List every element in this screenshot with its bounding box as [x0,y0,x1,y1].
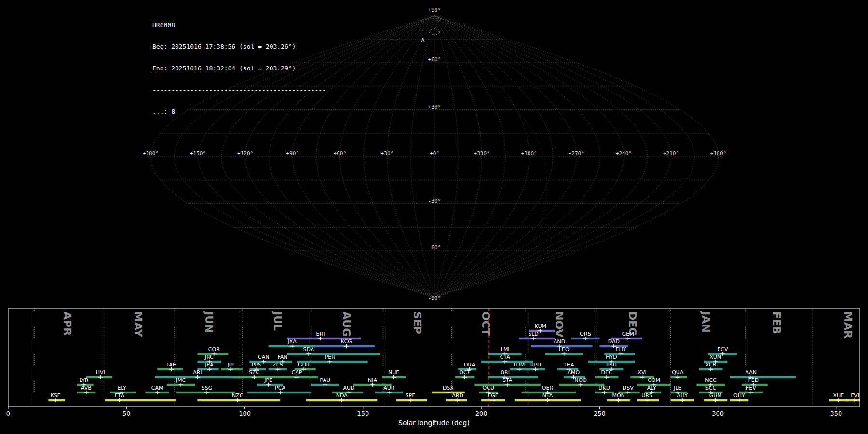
shower-LUM: LUM [510,362,529,371]
longitude-label: +90° [286,150,299,157]
tick-label: 100 [239,410,251,417]
separator-line: ----------------------------------------… [152,86,326,94]
shower-label: JPE [264,377,272,383]
shower-label: CAN [258,354,269,360]
shower-label: ELY [117,385,126,391]
longitude-label: +150° [190,150,206,157]
latitude-label: +60° [428,56,441,63]
shower-label: AVB [81,385,92,391]
shower-JMC: JMC [167,377,195,387]
shower-label: ALY [647,385,656,391]
shower-label: OCT [459,369,470,376]
month-label: OCT [480,312,492,336]
shower-label: ORS [580,331,591,337]
longitude-label: +120° [237,150,253,157]
shower-ARI: ARI [155,369,245,379]
shower-ZCS: ZCS [269,362,287,371]
tick-label: 50 [122,410,131,417]
shower-label: COM [648,377,660,383]
shower-label: JEA [204,362,214,368]
longitude-label: +240° [616,150,632,157]
shower-NZC: NZC [197,393,280,402]
shower-NOO: NOO [559,377,604,387]
month-label: SEP [411,312,423,334]
shower-label: ERI [316,331,325,337]
shower-label: EHY [616,346,626,353]
shower-EVI: EVI [846,393,860,402]
shower-EGE: EGE [481,393,505,402]
shower-label: NUE [388,369,399,376]
shower-label: ORI [500,369,510,376]
shower-label: DKD [598,385,610,391]
shower-label: SDA [303,346,314,353]
shower-label: FED [748,377,759,383]
shower-HVI: HVI [86,369,112,379]
shower-label: GDR [298,362,310,368]
shower-label: DSX [443,385,454,391]
shower-label: AHY [677,393,688,399]
shower-SLD: SLD [519,331,555,340]
shower-label: NCC [705,377,717,383]
shower-label: SPE [406,393,416,399]
shower-label: THA [563,362,574,368]
shower-label: GEM [622,331,634,337]
shower-DEC: DEC [595,369,619,379]
shower-label: CTA [500,354,511,360]
shower-label: AUR [383,385,395,391]
pole-label-north: +90° [428,7,441,13]
shower-PCA: PCA [247,385,311,394]
shower-label: JLE [673,385,681,391]
begin-time-line: Beg: 20251016 17:38:56 (sol = 203.26°) [152,43,326,50]
shower-CAP: CAP [275,369,318,379]
latitude-label: -30° [428,198,441,204]
ecliptic-trace [464,60,547,264]
shower-label: PER [325,354,336,360]
shower-label: OCU [483,385,494,391]
sky-projection-map: +90°-90°+60°+30°-30°-60°+180°+150°+120°+… [0,0,868,304]
shower-label: KCG [341,339,352,345]
month-label: MAY [132,312,144,338]
shower-label: HVI [96,369,105,376]
shower-label: KUM [535,323,546,329]
observation-info-block: HR0008 Beg: 20251016 17:38:56 (sol = 203… [152,7,326,130]
shower-label: SLD [528,331,539,337]
shower-SPE: SPE [396,393,427,402]
longitude-label: +210° [663,150,679,157]
pole-label-south: -90° [428,295,441,301]
shower-label: FEV [746,385,756,391]
shower-QUA: QUA [671,369,687,379]
shower-label: TAH [166,362,177,368]
shower-label: PSU [606,362,617,368]
shower-activity-timeline: APRMAYJUNJULAUGSEPOCTNOVDECJANFEBMARKUME… [0,304,868,434]
longitude-label: +300° [521,150,537,157]
shower-label: XCB [705,362,716,368]
longitude-label: +180° [143,150,159,157]
shower-label: XUM [709,354,721,360]
shower-label: LYR [79,377,88,383]
latitude-label: -60° [428,244,441,251]
shower-LEO: LEO [545,346,583,356]
shower-label: ARI [193,369,202,376]
shower-label: DEC [601,369,612,376]
shower-label: JRC [204,354,214,360]
latitude-label: +30° [428,104,441,110]
month-label: JUL [271,311,284,331]
shower-ARD: ARD [446,393,467,402]
shower-DKD: DKD [595,385,614,394]
shower-label: NIA [368,377,377,383]
shower-label: RPU [530,362,541,368]
shower-AAN: AAN [730,369,796,379]
shower-label: PPS [252,362,261,368]
shower-NUE: NUE [382,369,406,379]
shower-label: LEO [559,346,570,353]
longitude-label: +270° [569,150,584,157]
shower-label: SZC [249,369,260,376]
shower-label: AUD [343,385,354,391]
shower-label: MON [612,393,624,399]
shower-label: NTA [542,393,553,399]
tick-label: 200 [475,410,488,417]
longitude-label: +0° [430,150,439,157]
shower-label: CAM [151,385,163,391]
shower-label: PAU [320,377,331,383]
radiant-ellipse [429,29,440,35]
